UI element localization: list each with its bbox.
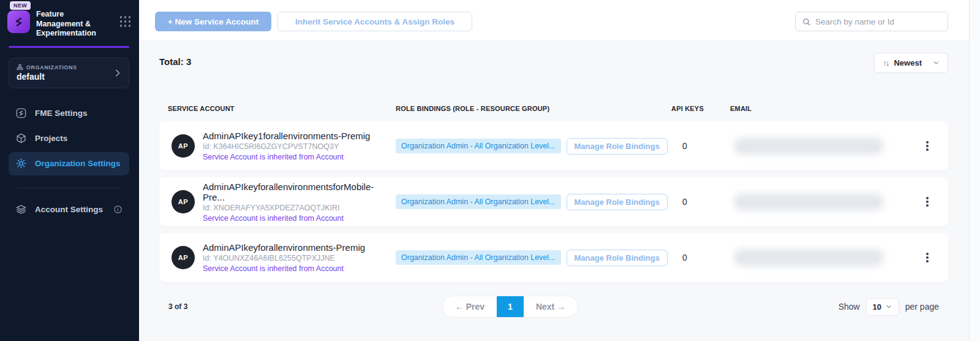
sort-value: Newest [894,58,927,67]
service-account-id: Id: K364HIC5RI6GZGYCPVST7NOQ3Y [203,142,370,151]
email-redacted [734,249,884,266]
service-account-name: AdminAPIkeyforallenvironments-Premig [203,242,365,253]
chevron-right-icon[interactable] [113,68,123,78]
page-size-select[interactable]: 10 [866,298,899,316]
chevron-down-icon [885,303,892,310]
service-account-name: AdminAPIkey1forallenvironments-Premig [203,131,370,141]
toolbar: + New Service Account Inherit Service Ac… [139,0,969,41]
organizations-label: ORGANIZATIONS [26,64,77,71]
column-header-role-bindings: ROLE BINDINGS (ROLE - RESOURCE GROUP) [396,105,671,112]
total-count: Total: 3 [159,56,191,67]
new-service-account-button[interactable]: + New Service Account [155,12,271,31]
right-gutter [969,0,980,341]
current-page-button[interactable]: 1 [497,296,524,317]
inherit-service-accounts-button[interactable]: Inherit Service Accounts & Assign Roles [277,12,472,31]
avatar: AP [172,246,195,269]
inherited-note: Service Account is inherited from Accoun… [203,264,365,273]
new-badge: NEW [10,1,31,10]
email-redacted [734,137,884,155]
sidebar: NEW Feature Management & Experimentation… [0,0,139,341]
search-input[interactable] [815,17,941,26]
info-icon[interactable] [113,205,123,214]
kebab-menu-icon[interactable] [919,249,936,266]
service-account-name: AdminAPIkeyforallenvironmentsforMobile-P… [203,182,396,202]
table-header-row: SERVICE ACCOUNT ROLE BINDINGS (ROLE - RE… [159,102,948,115]
inherited-note: Service Account is inherited from Accoun… [203,214,396,223]
prev-page-button[interactable]: ← Prev [443,296,497,317]
sidebar-item-projects[interactable]: Projects [9,127,129,150]
main-content: Total: 3 ↑↓ Newest SERVICE ACCOUNT ROLE … [139,41,969,341]
pagination: ← Prev 1 Next → [442,296,578,318]
avatar: AP [172,134,195,158]
table-row: AP AdminAPIkeyforallenvironments-Premig … [159,233,948,282]
next-page-button[interactable]: Next → [524,296,578,317]
app-switcher-grid-icon[interactable] [120,16,131,27]
role-binding-badge: Organization Admin - All Organization Le… [396,139,561,153]
api-keys-count: 0 [671,141,730,151]
cube-icon [15,132,27,144]
organization-selector[interactable]: ORGANIZATIONS default [9,58,129,88]
page-size-value: 10 [872,302,881,312]
kebab-menu-icon[interactable] [919,193,936,210]
service-account-id: Id: XNOERAFYYA5XPDEZ7AOQTJKIRI [203,204,396,212]
table-row: AP AdminAPIkeyforallenvironmentsforMobil… [159,177,948,226]
sidebar-item-fme-settings[interactable]: FME Settings [9,102,129,125]
gear-icon [15,158,27,169]
chevron-down-icon [932,59,940,67]
service-account-id: Id: Y4OUNXZ46A6IBL6255QTPXJJNE [203,254,365,262]
per-page-label: per page [905,302,939,312]
layers-icon [15,204,27,215]
app-title: Feature Management & Experimentation [36,10,110,39]
sidebar-item-label: Organization Settings [35,159,121,168]
inherited-note: Service Account is inherited from Accoun… [203,153,370,161]
show-label: Show [839,302,860,312]
sort-arrows-icon: ↑↓ [883,58,888,67]
brand-header: NEW Feature Management & Experimentation [0,0,139,45]
manage-role-bindings-button[interactable]: Manage Role Bindings [567,138,668,155]
manage-role-bindings-button[interactable]: Manage Role Bindings [567,194,668,210]
column-header-api-keys: API KEYS [671,105,730,112]
sidebar-nav: FME Settings Projects Organization Setti… [9,102,129,221]
role-binding-badge: Organization Admin - All Organization Le… [396,194,561,209]
org-tree-icon [17,64,23,71]
sidebar-item-label: FME Settings [35,109,88,118]
kebab-menu-icon[interactable] [919,137,936,155]
sidebar-item-organization-settings[interactable]: Organization Settings [9,152,129,175]
role-binding-badge: Organization Admin - All Organization Le… [396,250,561,265]
sidebar-item-account-settings[interactable]: Account Settings [9,198,129,221]
api-keys-count: 0 [671,197,730,207]
column-header-email: EMAIL [730,105,914,112]
search-icon [802,17,811,26]
manage-role-bindings-button[interactable]: Manage Role Bindings [567,250,668,266]
brand-underline [9,46,129,48]
row-count: 3 of 3 [168,302,187,311]
column-header-service-account: SERVICE ACCOUNT [159,105,396,112]
api-keys-count: 0 [671,253,730,262]
organization-name: default [17,72,113,82]
avatar: AP [172,190,195,213]
sort-dropdown[interactable]: ↑↓ Newest [874,53,948,73]
email-redacted [734,193,884,210]
sidebar-item-label: Projects [35,134,67,143]
app-logo-icon [7,10,30,33]
sidebar-divider [17,188,119,188]
sidebar-item-label: Account Settings [35,205,103,214]
split-logo-icon [15,107,27,119]
page-size-control: Show 10 per page [839,296,939,318]
search-box [795,12,948,31]
table-row: AP AdminAPIkey1forallenvironments-Premig… [159,121,948,170]
